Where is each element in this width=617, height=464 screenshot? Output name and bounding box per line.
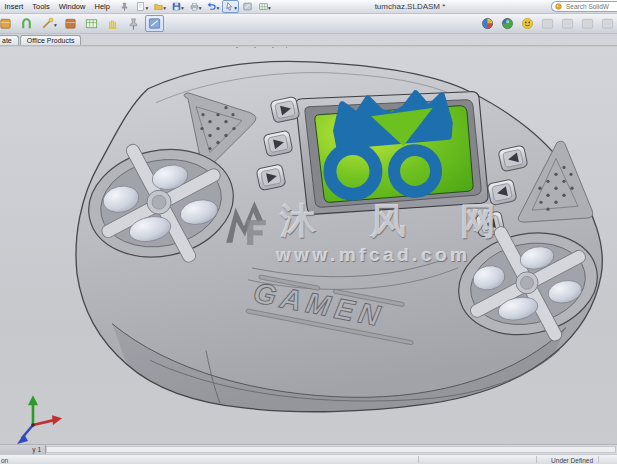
view-front-icon[interactable] [296, 47, 313, 50]
solidworks-window: InsertToolsWindowHelp ▾▾▾▾▾▾▾ tumchaz.SL… [0, 0, 617, 464]
appearance-toolbar [478, 15, 617, 32]
search-box[interactable] [551, 1, 617, 12]
status-divider [598, 456, 599, 463]
menu-window[interactable]: Window [54, 0, 90, 13]
grayed-tool-4-icon[interactable] [598, 15, 617, 32]
apply-scene-grayed-icon[interactable] [516, 47, 533, 50]
move-component-icon[interactable] [82, 15, 101, 32]
graphics-viewport[interactable]: ▾▾ [0, 47, 617, 445]
dropdown-caret-icon[interactable]: ▾ [216, 5, 219, 11]
assembly-toolbar-left: ▾ [0, 15, 164, 32]
model-canvas[interactable]: GAMEN [0, 47, 617, 445]
motion-study-tab[interactable]: y 1 [0, 445, 46, 454]
dropdown-caret-icon[interactable]: ▾ [181, 5, 184, 11]
zoom-area-icon[interactable] [242, 47, 259, 50]
assembly-toolbar: ▾ [0, 14, 617, 34]
dropdown-caret-icon[interactable]: ▾ [54, 22, 57, 28]
smart-fasteners-icon[interactable] [61, 15, 80, 32]
apply-scene-sphere-icon[interactable] [498, 15, 517, 32]
status-bar: on Under Defined [0, 454, 617, 464]
grayed-tool-1-icon[interactable] [538, 15, 557, 32]
menu-tools[interactable]: Tools [28, 0, 55, 13]
insert-components-icon[interactable] [0, 15, 15, 32]
grayed-tool-3-icon[interactable] [578, 15, 597, 32]
save-icon[interactable]: ▾ [169, 0, 186, 13]
camera-view-icon[interactable] [552, 47, 569, 50]
edit-appearance-icon[interactable] [498, 47, 515, 50]
pin-menu-icon[interactable] [117, 0, 132, 13]
search-icon [555, 3, 562, 10]
dropdown-caret-icon[interactable]: ▾ [199, 5, 202, 11]
show-hidden-icon[interactable] [103, 15, 122, 32]
undo-icon[interactable]: ▾ [204, 0, 221, 13]
menu-insert[interactable]: Insert [0, 0, 28, 13]
eraser-icon[interactable] [240, 0, 255, 13]
sketch-grid-icon[interactable]: ▾ [256, 0, 273, 13]
grayed-tool-2-icon[interactable] [558, 15, 577, 32]
zoom-inout-icon[interactable] [260, 47, 277, 50]
face-icon[interactable] [518, 15, 537, 32]
view-setting-grayed-icon[interactable] [534, 47, 551, 50]
document-tabs: y 1 [0, 444, 617, 454]
print-icon[interactable]: ▾ [187, 0, 204, 13]
section-tool-icon[interactable] [145, 15, 164, 32]
tab-evaluate-partial[interactable]: ate [0, 35, 19, 45]
command-manager-tabs: ate Office Products [0, 34, 617, 46]
dropdown-caret-icon[interactable]: ▾ [145, 5, 148, 11]
edit-appearance-sphere-icon[interactable] [478, 15, 497, 32]
view-bottom-icon[interactable] [386, 47, 403, 50]
zoom-fit-icon[interactable] [224, 47, 241, 50]
dropdown-caret-icon[interactable]: ▾ [163, 5, 166, 11]
dropdown-caret-icon[interactable]: ▾ [268, 5, 271, 11]
mate-icon[interactable] [17, 15, 36, 32]
view-back-icon[interactable] [314, 47, 331, 50]
origin-triad [17, 395, 62, 444]
menu-items: InsertToolsWindowHelp [0, 0, 114, 13]
normal-to-icon[interactable] [278, 47, 295, 50]
view-isometric-icon[interactable] [404, 47, 421, 50]
status-constraint-state: Under Defined [551, 457, 593, 464]
component-pattern-icon[interactable]: ▾ [38, 15, 59, 32]
menu-help[interactable]: Help [90, 0, 114, 13]
select-cursor-icon[interactable]: ▾ [222, 0, 239, 13]
heads-up-view-toolbar: ▾▾ [224, 47, 569, 50]
status-left-text: on [1, 457, 8, 464]
status-divider [418, 456, 419, 463]
wireframe-icon[interactable] [422, 47, 439, 50]
view-right-icon[interactable] [350, 47, 367, 50]
window-title: tumchaz.SLDASM * [330, 2, 490, 11]
assembly-pin-icon[interactable] [124, 15, 143, 32]
status-divider [536, 456, 537, 463]
view-top-icon[interactable] [368, 47, 385, 50]
tab-strip-track[interactable] [46, 446, 616, 453]
tab-office-products[interactable]: Office Products [20, 35, 82, 45]
new-document-icon[interactable]: ▾ [133, 0, 150, 13]
screen-assembly[interactable] [296, 91, 488, 214]
dropdown-caret-icon[interactable]: ▾ [234, 5, 237, 11]
menu-bar: InsertToolsWindowHelp ▾▾▾▾▾▾▾ tumchaz.SL… [0, 0, 617, 14]
display-style-icon[interactable]: ▾ [458, 47, 477, 50]
open-icon[interactable]: ▾ [151, 0, 168, 13]
view-orientation-icon[interactable]: ▾ [478, 47, 497, 50]
quick-access-toolbar: ▾▾▾▾▾▾▾ [117, 0, 272, 13]
view-left-icon[interactable] [332, 47, 349, 50]
viewport-split-icon[interactable] [440, 47, 457, 50]
search-input[interactable] [564, 2, 614, 11]
